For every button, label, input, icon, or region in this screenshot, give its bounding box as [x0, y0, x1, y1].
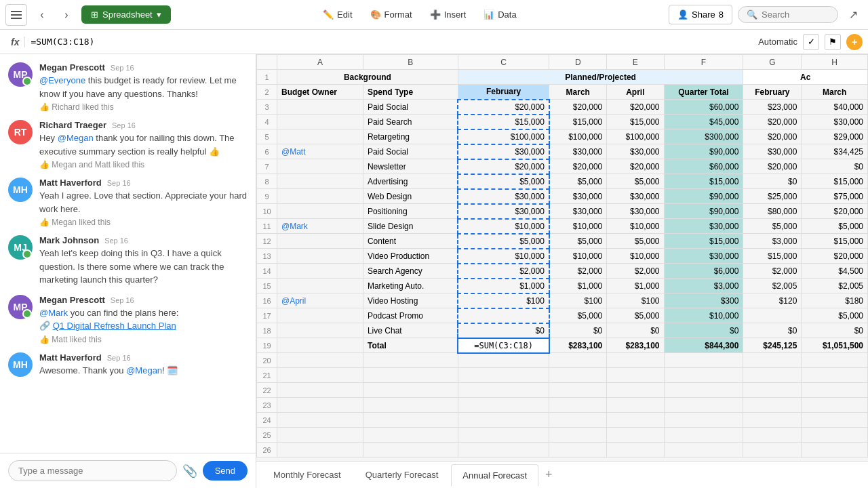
table-cell[interactable]: $5,000 — [549, 234, 607, 249]
table-cell[interactable]: Paid Social — [363, 100, 458, 115]
table-cell[interactable] — [277, 323, 363, 338]
table-cell[interactable]: $0 — [458, 323, 549, 338]
table-cell[interactable] — [802, 443, 868, 458]
table-cell[interactable]: $3,000 — [743, 234, 802, 249]
table-cell[interactable]: $20,000 — [458, 159, 549, 174]
table-cell[interactable] — [743, 428, 802, 443]
table-cell[interactable]: Planned/Projected — [458, 70, 743, 85]
table-cell[interactable]: Positioning — [363, 204, 458, 219]
table-cell[interactable]: $15,000 — [549, 115, 607, 129]
table-cell[interactable]: $844,300 — [664, 338, 743, 353]
table-cell[interactable]: Marketing Auto. — [363, 279, 458, 293]
table-cell[interactable] — [277, 234, 363, 249]
table-cell[interactable]: $10,000 — [664, 308, 743, 323]
table-cell[interactable] — [549, 413, 607, 428]
table-cell[interactable]: $90,000 — [664, 189, 743, 204]
table-cell[interactable]: $60,000 — [664, 159, 743, 174]
table-cell[interactable]: $15,000 — [607, 115, 664, 129]
table-cell[interactable]: $30,000 — [607, 144, 664, 159]
table-cell[interactable]: $30,000 — [664, 249, 743, 264]
table-cell[interactable]: $6,000 — [664, 264, 743, 279]
external-link-button[interactable]: ↗ — [844, 5, 863, 24]
formula-flag-button[interactable]: ⚑ — [825, 34, 841, 50]
table-cell[interactable]: $30,000 — [458, 204, 549, 219]
table-cell[interactable] — [277, 308, 363, 323]
table-cell[interactable]: $100 — [549, 293, 607, 308]
table-cell[interactable]: Advertising — [363, 174, 458, 189]
table-cell[interactable] — [458, 383, 549, 398]
table-cell[interactable]: February — [743, 85, 802, 100]
table-cell[interactable]: $29,000 — [802, 129, 868, 144]
col-header-a[interactable]: A — [277, 55, 363, 70]
table-cell[interactable]: $20,000 — [743, 159, 802, 174]
table-cell[interactable]: $0 — [549, 323, 607, 338]
table-cell[interactable]: $30,000 — [743, 144, 802, 159]
tab-quarterly-forecast[interactable]: Quarterly Forecast — [354, 464, 450, 486]
table-cell[interactable] — [664, 443, 743, 458]
table-cell[interactable]: $30,000 — [664, 219, 743, 234]
table-cell[interactable] — [458, 428, 549, 443]
table-cell[interactable]: $283,100 — [549, 338, 607, 353]
table-cell[interactable] — [277, 368, 363, 383]
table-cell[interactable]: $20,000 — [549, 100, 607, 115]
formula-cell[interactable]: =SUM(C3:C18) — [458, 338, 549, 353]
col-header-d[interactable]: D — [549, 55, 607, 70]
table-cell[interactable] — [458, 443, 549, 458]
mention[interactable]: @Megan — [58, 133, 94, 143]
table-cell[interactable]: $5,000 — [458, 174, 549, 189]
table-cell[interactable]: $15,000 — [743, 249, 802, 264]
edit-button[interactable]: ✏️ Edit — [315, 5, 360, 24]
mention[interactable]: @Everyone — [39, 75, 85, 85]
table-cell[interactable]: $20,000 — [549, 159, 607, 174]
table-cell[interactable]: $2,000 — [458, 264, 549, 279]
search-box[interactable]: 🔍 — [738, 6, 838, 23]
table-cell[interactable]: Newsletter — [363, 159, 458, 174]
table-cell[interactable] — [743, 443, 802, 458]
table-cell[interactable]: $30,000 — [549, 144, 607, 159]
table-cell[interactable]: $10,000 — [549, 249, 607, 264]
table-cell[interactable] — [458, 308, 549, 323]
doc-link[interactable]: Q1 Digital Refresh Launch Plan — [53, 321, 176, 331]
table-cell[interactable] — [277, 383, 363, 398]
table-cell[interactable]: $2,000 — [549, 264, 607, 279]
table-cell[interactable]: Quarter Total — [664, 85, 743, 100]
table-cell[interactable]: Web Design — [363, 189, 458, 204]
table-cell[interactable]: Paid Social — [363, 144, 458, 159]
table-cell[interactable] — [743, 383, 802, 398]
table-cell[interactable]: $5,000 — [743, 219, 802, 234]
table-cell[interactable]: $1,051,500 — [802, 338, 868, 353]
table-cell[interactable]: Background — [277, 70, 458, 85]
col-header-h[interactable]: H — [802, 55, 868, 70]
forward-button[interactable]: › — [57, 5, 76, 24]
table-cell[interactable] — [549, 383, 607, 398]
table-cell[interactable] — [607, 428, 664, 443]
table-cell[interactable]: $5,000 — [607, 234, 664, 249]
table-cell[interactable] — [743, 353, 802, 368]
table-cell[interactable]: $283,100 — [607, 338, 664, 353]
col-header-e[interactable]: E — [607, 55, 664, 70]
table-cell[interactable]: $15,000 — [458, 115, 549, 129]
table-cell[interactable] — [743, 398, 802, 413]
table-cell[interactable]: $20,000 — [743, 115, 802, 129]
table-cell[interactable]: April — [607, 85, 664, 100]
table-cell[interactable]: $4,500 — [802, 264, 868, 279]
table-cell[interactable]: $30,000 — [607, 189, 664, 204]
table-cell[interactable]: $5,000 — [802, 308, 868, 323]
table-cell[interactable] — [277, 204, 363, 219]
send-button[interactable]: Send — [203, 461, 248, 481]
search-input[interactable] — [762, 9, 829, 20]
table-cell[interactable]: $10,000 — [549, 219, 607, 234]
table-cell[interactable]: $100,000 — [458, 129, 549, 144]
table-cell[interactable] — [549, 398, 607, 413]
table-cell[interactable]: $75,000 — [802, 189, 868, 204]
table-cell[interactable]: $3,000 — [664, 279, 743, 293]
table-cell[interactable]: $20,000 — [802, 249, 868, 264]
table-cell[interactable] — [363, 398, 458, 413]
table-cell[interactable] — [277, 189, 363, 204]
table-cell[interactable] — [277, 398, 363, 413]
table-cell[interactable]: $15,000 — [802, 234, 868, 249]
table-cell[interactable] — [664, 383, 743, 398]
table-cell[interactable]: $20,000 — [802, 204, 868, 219]
table-cell[interactable]: @Mark — [277, 219, 363, 234]
table-cell[interactable]: $20,000 — [743, 129, 802, 144]
